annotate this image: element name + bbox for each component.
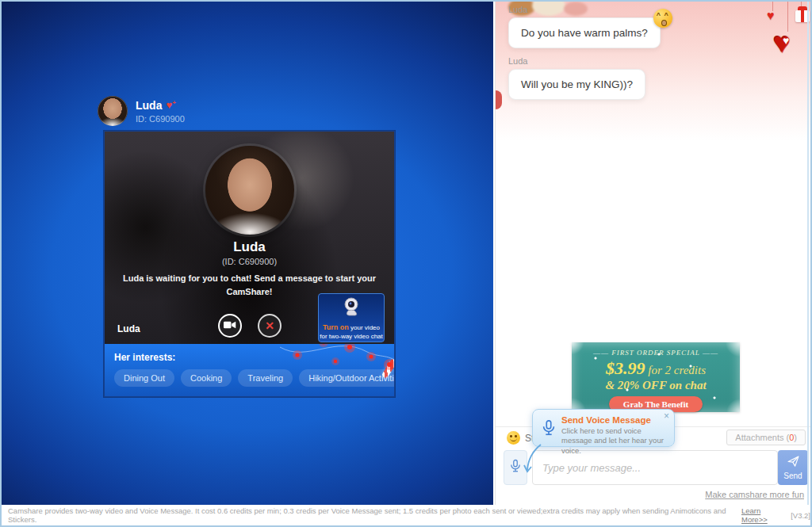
favorite-heart-icon[interactable]: ♥+ <box>166 100 175 110</box>
voice-message-tooltip: Send Voice Message Click here to send vo… <box>532 409 675 447</box>
video-preview-area: Luda (ID: C690900) Luda is waiting for y… <box>105 132 394 344</box>
profile-id: ID: C690900 <box>136 114 185 124</box>
tooltip-close-icon[interactable]: × <box>664 411 669 422</box>
footer-bar: Camshare provides two-way video and Voic… <box>2 505 810 525</box>
model-portrait <box>205 146 294 235</box>
scrollbar[interactable] <box>807 2 809 506</box>
first-order-promo-banner[interactable]: FIRST ORDER SPECIAL $3.99 for 2 credits … <box>572 342 740 412</box>
profile-name: Luda <box>136 99 162 112</box>
interests-section: Her interests: Dining Out Cooking Travel… <box>105 344 394 396</box>
promo-discount-line: & 20% OFF on chat <box>572 379 740 392</box>
start-video-button[interactable] <box>218 314 242 338</box>
interest-chip[interactable]: Dining Out <box>114 369 174 387</box>
microphone-icon <box>540 419 557 437</box>
camshare-video-card: Luda (ID: C690900) Luda is waiting for y… <box>104 131 395 397</box>
model-id: (ID: C690900) <box>105 257 394 266</box>
chat-panel: ♥ ♥ ♥ Luda Do you have warm palms? Luda … <box>495 2 810 506</box>
interest-chip[interactable]: Hiking/Outdoor Activities <box>299 369 394 387</box>
camshare-panel: Luda ♥+ ID: C690900 Luda (ID: C690900) L… <box>2 2 493 506</box>
learn-more-link[interactable]: Learn More>> <box>741 506 787 524</box>
paper-plane-icon <box>787 455 800 470</box>
profile-header: Luda ♥+ ID: C690900 <box>98 96 185 126</box>
app-window: Luda ♥+ ID: C690900 Luda (ID: C690900) L… <box>0 0 812 527</box>
promo-price-line: $3.99 for 2 credits <box>572 358 740 379</box>
microphone-icon <box>508 458 523 477</box>
profile-meta: Luda ♥+ ID: C690900 <box>136 99 185 124</box>
turn-on-video-banner[interactable]: Turn on your video for two-way video cha… <box>318 293 385 342</box>
close-x-icon: ✕ <box>265 319 274 332</box>
send-label: Send <box>783 472 802 480</box>
kissing-face-emoji-icon <box>653 9 672 28</box>
interest-chip[interactable]: Traveling <box>238 369 293 387</box>
tooltip-title: Send Voice Message <box>561 415 668 425</box>
interest-chip[interactable]: Cooking <box>181 369 232 387</box>
video-corner-name: Luda <box>117 323 140 334</box>
turn-on-video-text: Turn on your video for two-way video cha… <box>319 323 384 341</box>
chat-message-bubble: Will you be my KING))? <box>508 69 645 100</box>
model-name: Luda <box>105 239 394 255</box>
message-sender: Luda <box>508 56 810 66</box>
avatar[interactable] <box>98 96 128 126</box>
emoji-smiley-icon[interactable] <box>507 431 520 445</box>
footer-disclaimer: Camshare provides two-way video and Voic… <box>8 506 738 524</box>
end-call-button[interactable]: ✕ <box>258 314 282 338</box>
promo-header: FIRST ORDER SPECIAL <box>572 349 740 357</box>
interests-chips: Dining Out Cooking Traveling Hiking/Outd… <box>114 369 385 387</box>
tooltip-body: Click here to send voice message and let… <box>561 426 668 456</box>
version-label: [V3.2] <box>791 511 810 520</box>
video-camera-icon <box>224 319 236 333</box>
webcam-icon <box>339 308 363 322</box>
tooltip-pointer-arrow <box>522 443 542 478</box>
make-camshare-more-fun-link[interactable]: Make camshare more fun <box>705 490 804 499</box>
interests-label: Her interests: <box>114 352 385 363</box>
chat-message-bubble: Do you have warm palms? <box>508 17 661 48</box>
attachments-button[interactable]: Attachments (0) <box>726 430 806 445</box>
send-button[interactable]: Send <box>778 450 808 485</box>
